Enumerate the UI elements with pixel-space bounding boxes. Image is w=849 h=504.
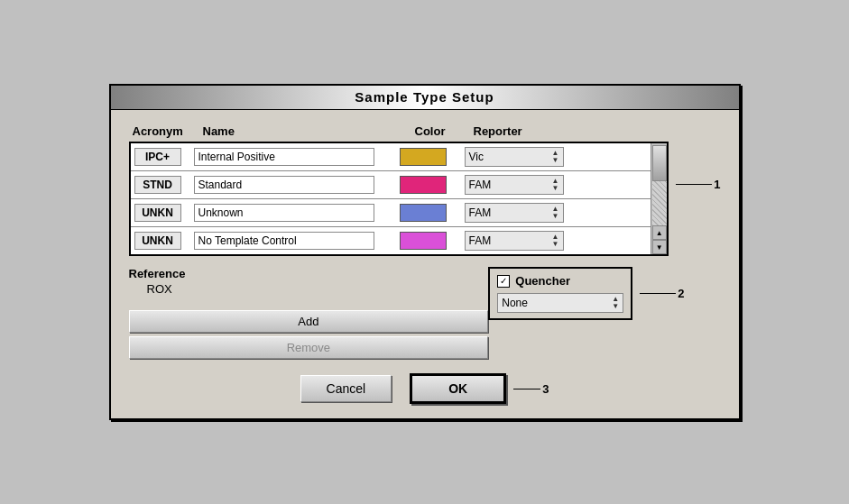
action-buttons: Add Remove xyxy=(129,310,489,359)
cell-color xyxy=(387,232,459,250)
reporter-value: Vic xyxy=(469,151,484,163)
scroll-track xyxy=(652,181,667,225)
reporter-select[interactable]: FAM ▲ ▼ xyxy=(465,231,564,251)
annotation-number-2: 2 xyxy=(678,287,684,300)
select-arrows-icon: ▲ ▼ xyxy=(552,206,559,220)
select-arrows-icon: ▲ ▼ xyxy=(552,234,559,248)
name-input[interactable] xyxy=(194,148,374,166)
cell-name xyxy=(189,232,387,250)
annotation-number-3: 3 xyxy=(542,382,549,396)
reporter-value: FAM xyxy=(469,234,492,247)
title-bar: Sample Type Setup xyxy=(111,86,739,110)
name-input[interactable] xyxy=(194,204,374,222)
col-header-color: Color xyxy=(394,124,466,138)
cell-reporter: Vic ▲ ▼ xyxy=(459,147,577,167)
table-row: IPC+ Vic ▲ xyxy=(131,143,651,171)
name-input[interactable] xyxy=(194,232,374,250)
acronym-value: STND xyxy=(134,176,181,194)
table-row: UNKN FAM ▲ xyxy=(131,227,651,254)
annotation-2-container: 2 xyxy=(640,287,684,300)
reference-section: Reference ROX xyxy=(129,267,489,296)
col-header-reporter: Reporter xyxy=(466,124,575,138)
select-arrows-icon: ▲ ▼ xyxy=(552,150,559,164)
cell-acronym: IPC+ xyxy=(134,148,189,166)
cell-reporter: FAM ▲ ▼ xyxy=(459,203,577,223)
cell-color xyxy=(387,148,459,166)
cell-reporter: FAM ▲ ▼ xyxy=(459,231,577,251)
ok-button[interactable]: OK xyxy=(410,373,506,404)
color-swatch[interactable] xyxy=(400,176,447,194)
scroll-down-button[interactable]: ▼ xyxy=(652,240,667,254)
cell-name xyxy=(189,204,387,222)
cell-color xyxy=(387,204,459,222)
remove-button[interactable]: Remove xyxy=(129,336,489,359)
quencher-box: ✓ Quencher None ▲ ▼ xyxy=(488,267,632,320)
ok-area: OK 3 xyxy=(410,373,549,404)
reporter-select[interactable]: FAM ▲ ▼ xyxy=(465,175,564,195)
table-rows: IPC+ Vic ▲ xyxy=(131,143,651,254)
color-swatch[interactable] xyxy=(400,232,447,250)
dialog-body: Acronym Name Color Reporter IPC+ xyxy=(111,110,739,418)
scroll-up-button[interactable]: ▲ xyxy=(652,225,667,240)
reporter-value: FAM xyxy=(469,179,492,191)
reporter-select[interactable]: FAM ▲ ▼ xyxy=(465,203,564,223)
quencher-label: Quencher xyxy=(515,274,570,288)
reference-value: ROX xyxy=(147,282,489,296)
sample-type-setup-dialog: Sample Type Setup Acronym Name Color Rep… xyxy=(109,84,741,420)
name-input[interactable] xyxy=(194,176,374,194)
annotation-line-1 xyxy=(676,184,712,185)
reporter-select[interactable]: Vic ▲ ▼ xyxy=(465,147,564,167)
column-headers: Acronym Name Color Reporter xyxy=(129,124,721,138)
annotation-3-container: 3 xyxy=(513,382,549,396)
annotation-line-3 xyxy=(513,389,540,389)
cell-acronym: UNKN xyxy=(134,232,189,250)
annotation-1-container: 1 xyxy=(676,178,720,191)
table-row: UNKN FAM ▲ xyxy=(131,199,651,227)
bottom-section: Reference ROX Add Remove ✓ Quencher None xyxy=(129,267,721,359)
quencher-area: ✓ Quencher None ▲ ▼ 2 xyxy=(488,267,684,320)
add-button[interactable]: Add xyxy=(129,310,489,333)
reference-label: Reference xyxy=(129,267,489,280)
quencher-checkbox[interactable]: ✓ xyxy=(497,275,510,288)
annotation-line-2 xyxy=(640,293,676,294)
quencher-select[interactable]: None ▲ ▼ xyxy=(497,293,623,313)
col-header-acronym: Acronym xyxy=(133,124,196,138)
cell-name xyxy=(189,148,387,166)
sample-table: IPC+ Vic ▲ xyxy=(129,142,669,256)
left-bottom: Reference ROX Add Remove xyxy=(129,267,489,359)
acronym-value: UNKN xyxy=(134,204,181,222)
quencher-arrows-icon: ▲ ▼ xyxy=(612,296,619,310)
color-swatch[interactable] xyxy=(400,204,447,222)
acronym-value: UNKN xyxy=(134,232,181,250)
color-swatch[interactable] xyxy=(400,148,447,166)
cell-acronym: UNKN xyxy=(134,204,189,222)
cancel-button[interactable]: Cancel xyxy=(300,375,392,402)
cell-name xyxy=(189,176,387,194)
dialog-title: Sample Type Setup xyxy=(355,89,494,105)
reporter-value: FAM xyxy=(469,206,492,219)
cell-reporter: FAM ▲ ▼ xyxy=(459,175,577,195)
cell-acronym: STND xyxy=(134,176,189,194)
bottom-buttons: Cancel OK 3 xyxy=(129,373,721,404)
col-header-name: Name xyxy=(196,124,394,138)
acronym-value: IPC+ xyxy=(134,148,181,166)
table-section: IPC+ Vic ▲ xyxy=(129,142,721,256)
select-arrows-icon: ▲ ▼ xyxy=(552,178,559,192)
annotation-number-1: 1 xyxy=(714,178,720,191)
table-row: STND FAM ▲ xyxy=(131,171,651,199)
cell-color xyxy=(387,176,459,194)
quencher-checkbox-row: ✓ Quencher xyxy=(497,274,623,288)
quencher-value: None xyxy=(502,297,528,309)
scroll-thumb[interactable] xyxy=(652,145,667,181)
scrollbar[interactable]: ▲ ▼ xyxy=(651,143,667,254)
